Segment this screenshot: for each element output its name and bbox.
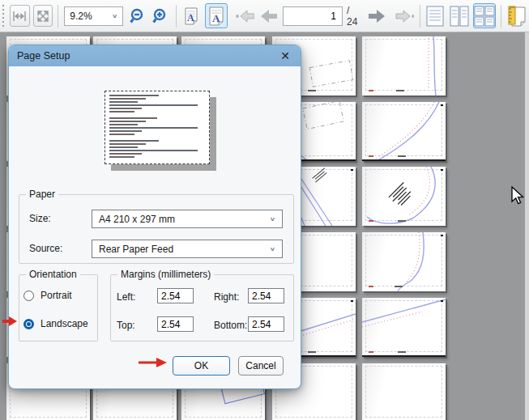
landscape-radio[interactable] [23,319,34,329]
size-label: Size: [29,213,51,224]
landscape-option[interactable]: Landscape [23,318,88,329]
text-page-icon: A [208,6,224,26]
chevron-down-icon: ∨ [270,246,275,252]
zoom-in-button[interactable] [151,5,171,27]
zoom-level-combobox[interactable]: 9.2% ∨ [64,6,123,26]
close-icon: ✕ [280,50,290,62]
toolbar: 9.2% ∨ A A [0,0,529,32]
measure-button[interactable] [506,5,527,27]
margin-top-input[interactable] [157,316,194,332]
page-thumbnail [362,363,446,420]
next-view-icon [395,8,414,24]
chevron-down-icon: ∨ [270,216,275,223]
mouse-cursor-icon [510,186,525,208]
page-count-label: / 24 [347,5,362,28]
portrait-option[interactable]: Portrait [23,290,72,301]
orientation-groupbox: Orientation [19,274,98,342]
margin-bottom-label: Bottom: [214,320,247,331]
orientation-legend: Orientation [26,269,80,280]
page-setup-dialog: Page Setup ✕ Paper Size: A4 210 x 297 mm… [8,45,301,389]
margins-legend: Margins (millimeters) [117,269,214,280]
scrollbar-track[interactable] [525,32,529,420]
tile-layout-button[interactable] [473,3,497,28]
ruler-icon [507,6,527,27]
two-page-icon [450,6,469,27]
margin-right-label: Right: [214,291,239,303]
zoom-in-icon [152,8,169,24]
page-thumbnail [362,102,446,161]
previous-view-button[interactable] [234,5,255,27]
source-value: Rear Paper Feed [99,244,270,255]
page-thumbnail [362,36,446,95]
page-thumbnail [362,298,446,357]
chevron-down-icon: ∨ [112,13,117,19]
size-value: A4 210 x 297 mm [99,214,270,225]
previous-page-button[interactable] [258,5,279,27]
page-thumbnail [362,232,446,291]
toolbar-separator [58,5,58,28]
text-page-icon: A [184,7,198,25]
fit-width-button[interactable] [10,5,30,27]
margin-top-label: Top: [117,320,135,331]
cancel-button-label: Cancel [245,360,275,371]
svg-text:A: A [212,12,220,24]
two-page-layout-button[interactable] [449,5,470,27]
dialog-titlebar[interactable]: Page Setup ✕ [9,45,301,66]
margin-left-input[interactable] [157,288,194,303]
zoom-out-button[interactable] [127,5,147,27]
single-page-layout-button[interactable] [425,5,446,27]
annotation-arrow-ok [139,358,168,370]
portrait-label: Portrait [41,290,72,301]
landscape-label: Landscape [41,318,88,329]
next-page-button[interactable] [367,5,387,27]
toolbar-separator [501,5,501,28]
text-select-button[interactable]: A [181,5,202,27]
arrow-right-icon [368,9,386,23]
toolbar-grip[interactable] [2,5,5,28]
page-preview [105,91,210,164]
source-label: Source: [29,243,62,254]
app-window: { "toolbar": { "zoom_value": "9.2%", "pa… [0,0,529,420]
zoom-level-value: 9.2% [70,11,112,22]
dialog-title: Page Setup [17,50,70,62]
close-button[interactable]: ✕ [278,49,292,63]
svg-text:A: A [187,12,194,23]
ok-button[interactable]: OK [173,356,230,375]
margin-bottom-input[interactable] [248,316,284,332]
single-page-icon [426,6,444,27]
paper-legend: Paper [26,189,58,200]
toolbar-separator [176,5,177,28]
page-number-input[interactable] [283,6,343,26]
text-view-button[interactable]: A [205,3,228,28]
page-thumbnail [362,167,446,226]
margin-left-label: Left: [117,291,135,303]
fit-page-button[interactable] [33,5,53,27]
arrow-left-icon [260,9,278,23]
tile-pages-icon [474,6,495,27]
margin-right-input[interactable] [248,288,284,303]
previous-view-icon [235,8,254,24]
cancel-button[interactable]: Cancel [238,356,284,375]
size-combobox[interactable]: A4 210 x 297 mm ∨ [92,210,283,228]
fit-page-icon [36,10,49,23]
fit-width-icon [12,10,27,23]
portrait-radio[interactable] [23,291,34,301]
next-view-button[interactable] [394,5,415,27]
zoom-out-icon [130,8,146,24]
toolbar-separator [420,5,420,28]
ok-button-label: OK [194,360,208,371]
source-combobox[interactable]: Rear Paper Feed ∨ [92,240,283,258]
annotation-arrow-landscape [2,316,17,329]
